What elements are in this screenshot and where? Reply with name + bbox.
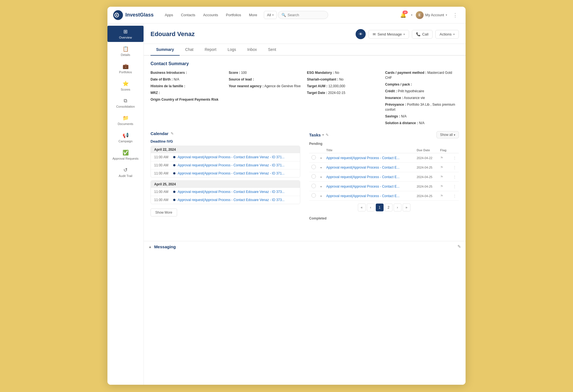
tab-summary[interactable]: Summary (151, 44, 180, 56)
sidebar-item-details[interactable]: 📋 Details (107, 43, 144, 59)
search-icon: 🔍 (281, 13, 286, 17)
sidebar-item-approval-requests[interactable]: ✅ Approval Requests (107, 147, 144, 163)
pending-label: Pending (309, 142, 459, 146)
task-checkbox[interactable] (311, 155, 316, 160)
svg-point-2 (116, 14, 118, 16)
row-more-dots[interactable]: ⋮ (453, 194, 457, 198)
flag-icon[interactable]: ⚑ (440, 175, 443, 179)
table-row: ▾ Approval request(Approval Process - Co… (309, 172, 459, 182)
calendar-event[interactable]: 11:00 AM Approval request(Approval Proce… (151, 153, 300, 161)
expand-icon[interactable]: ▾ (320, 166, 322, 169)
messaging-label-area[interactable]: ▲ Messaging (148, 244, 176, 249)
show-more-button[interactable]: Show More (151, 209, 177, 216)
task-title[interactable]: Approval request(Approval Process - Cont… (326, 175, 400, 179)
task-title[interactable]: Approval request(Approval Process - Cont… (326, 185, 400, 188)
sidebar-item-documents[interactable]: 📁 Documents (107, 112, 144, 128)
page-prev-button[interactable]: ‹ (367, 204, 375, 211)
page-last-button[interactable]: » (403, 204, 410, 211)
more-dots-button[interactable]: ⋮ (450, 11, 460, 19)
flag-icon[interactable]: ⚑ (440, 156, 443, 160)
summary-col-2: Score : 100 Source of lead : Your neares… (229, 70, 303, 126)
call-button[interactable]: 📞 Call (412, 30, 433, 39)
tasks-dropdown-icon[interactable]: ▾ (322, 133, 324, 137)
nav-apps[interactable]: Apps (161, 11, 177, 19)
sidebar-item-overview[interactable]: ⊞ Overview (107, 26, 144, 42)
messaging-edit-icon[interactable]: ✎ (457, 244, 461, 249)
actions-button[interactable]: Actions ▾ (435, 30, 459, 39)
flag-icon[interactable]: ⚑ (440, 194, 443, 198)
sidebar-item-portfolios[interactable]: 💼 Portfolios (107, 60, 144, 77)
summary-col-1: Business Introducers : Date of Birth : N… (151, 70, 224, 126)
bell-dropdown-icon[interactable]: ▾ (411, 13, 412, 16)
row-more-dots[interactable]: ⋮ (453, 165, 457, 170)
due-date: 2024-04-25 (417, 175, 432, 179)
summary-section: Contact Summary Business Introducers : D… (144, 56, 466, 131)
event-title[interactable]: Approval request(Approval Process - Cont… (178, 190, 285, 194)
calendar-event[interactable]: 11:00 AM Approval request(Approval Proce… (151, 196, 300, 204)
tasks-section: Tasks ▾ ✎ Show all ▾ Pending (305, 131, 459, 221)
page-1-button[interactable]: 1 (376, 204, 384, 211)
account-chevron-icon: ▾ (446, 13, 447, 16)
row-more-dots[interactable]: ⋮ (453, 175, 457, 179)
tab-inbox[interactable]: Inbox (242, 44, 262, 56)
event-title[interactable]: Approval request(Approval Process - Cont… (178, 163, 285, 167)
nav-portfolios[interactable]: Portfolios (223, 11, 245, 19)
task-title[interactable]: Approval request(Approval Process - Cont… (326, 156, 400, 160)
tab-sent[interactable]: Sent (262, 44, 282, 56)
pagination: « ‹ 1 2 › » (309, 201, 459, 214)
send-message-button[interactable]: ✉ Send Message ▾ (368, 30, 409, 39)
my-account-button[interactable]: E My Account ▾ (416, 11, 447, 19)
tab-logs[interactable]: Logs (222, 44, 241, 56)
flag-icon[interactable]: ⚑ (440, 184, 443, 188)
page-next-button[interactable]: › (394, 204, 401, 211)
calendar-edit-icon[interactable]: ✎ (171, 131, 174, 136)
calendar-event[interactable]: 11:00 AM Approval request(Approval Proce… (151, 169, 300, 177)
flag-icon[interactable]: ⚑ (440, 165, 443, 169)
sidebar-item-campaign[interactable]: 📢 Campaign (107, 129, 144, 146)
sidebar-item-consolidation[interactable]: ⧉ Consolidation (107, 95, 144, 111)
due-date: 2024-04-25 (417, 166, 432, 169)
expand-icon[interactable]: ▾ (320, 195, 322, 198)
eye-icon: 👁 (359, 32, 363, 36)
nav-accounts[interactable]: Accounts (200, 11, 221, 19)
expand-icon[interactable]: ▾ (320, 157, 322, 160)
nav-links: Apps Contacts Accounts Portfolios More A… (161, 11, 396, 19)
calendar-event[interactable]: 11:00 AM Approval request(Approval Proce… (151, 161, 300, 169)
page-first-button[interactable]: « (358, 204, 366, 211)
date-header-apr25: April 25, 2024 (151, 181, 300, 188)
row-more-dots[interactable]: ⋮ (453, 184, 457, 189)
task-title[interactable]: Approval request(Approval Process - Cont… (326, 166, 400, 169)
nav-more[interactable]: More (246, 11, 261, 19)
sidebar-item-scores[interactable]: ⭐ Scores (107, 78, 144, 94)
search-bar[interactable]: 🔍 (278, 11, 328, 19)
tab-report[interactable]: Report (199, 44, 222, 56)
top-nav: InvestGlass Apps Contacts Accounts Portf… (107, 7, 466, 23)
calendar-header: Calendar ✎ (151, 131, 300, 136)
tab-chat[interactable]: Chat (180, 44, 199, 56)
task-checkbox[interactable] (311, 193, 316, 198)
row-more-dots[interactable]: ⋮ (453, 156, 457, 160)
nav-contacts[interactable]: Contacts (178, 11, 199, 19)
tasks-edit-icon[interactable]: ✎ (326, 133, 329, 137)
task-title[interactable]: Approval request(Approval Process - Cont… (326, 194, 400, 198)
event-title[interactable]: Approval request(Approval Process - Cont… (178, 198, 285, 202)
eye-button[interactable]: 👁 (356, 29, 366, 39)
event-title[interactable]: Approval request(Approval Process - Cont… (178, 171, 285, 175)
notification-badge: 10 (403, 11, 408, 14)
calendar-event[interactable]: 11:00 AM Approval request(Approval Proce… (151, 188, 300, 196)
bell-button[interactable]: 🔔 10 (399, 11, 408, 20)
task-checkbox[interactable] (311, 174, 316, 179)
logo[interactable]: InvestGlass (113, 10, 154, 20)
all-dropdown[interactable]: All ▾ (264, 11, 276, 19)
expand-icon[interactable]: ▾ (320, 176, 322, 179)
task-checkbox[interactable] (311, 184, 316, 188)
task-checkbox[interactable] (311, 165, 316, 169)
table-row: ▾ Approval request(Approval Process - Co… (309, 153, 459, 163)
search-input[interactable] (288, 13, 325, 17)
page-2-button[interactable]: 2 (385, 204, 393, 211)
expand-icon[interactable]: ▾ (320, 185, 322, 188)
show-all-button[interactable]: Show all ▾ (436, 131, 459, 138)
sidebar-item-audit-trail[interactable]: ↺ Audit Trail (107, 164, 144, 180)
event-title[interactable]: Approval request(Approval Process - Cont… (178, 155, 285, 159)
col-more (450, 147, 459, 153)
